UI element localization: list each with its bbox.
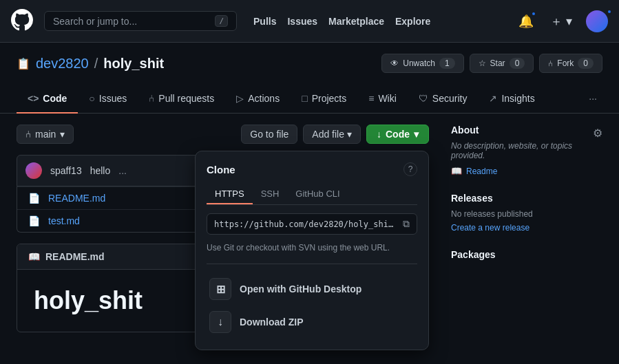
topnav-right: 🔔 ＋ ▾ [516,10,608,32]
code-chevron: ▾ [414,129,419,140]
topnav-links: Pulls Issues Marketplace Explore [253,16,430,27]
projects-icon: □ [302,93,307,104]
fork-count: 0 [578,58,594,69]
eye-icon: 👁 [390,58,399,68]
clone-title: Clone [207,164,235,175]
repo-name-link[interactable]: holy_shit [103,56,164,72]
notification-dot [531,11,536,17]
desktop-icon: ⊞ [209,278,231,300]
open-with-desktop-button[interactable]: ⊞ Open with GitHub Desktop [207,272,417,306]
star-count: 0 [510,58,525,69]
settings-icon[interactable]: ⚙ [593,127,602,140]
security-icon: 🛡 [419,93,428,104]
clone-url: https://github.com/dev2820/holy_shit.g [214,220,397,229]
releases-title: Releases [451,193,493,204]
packages-title: Packages [451,249,496,260]
file-icon: 📄 [28,215,40,226]
add-file-button[interactable]: Add file ▾ [303,125,361,144]
packages-section: Packages [451,249,602,260]
tab-security[interactable]: 🛡 Security [408,85,479,114]
star-icon: ☆ [479,58,486,68]
releases-desc: No releases published [451,209,602,219]
topnav: Search or jump to... / Pulls Issues Mark… [0,0,619,43]
insights-icon: ↗ [489,93,497,104]
actions-icon: ▷ [236,93,244,104]
tab-projects[interactable]: □ Projects [291,85,357,114]
main-content: ⑃ main ▾ Go to file Add file ▾ ↓ Code ▾ [0,114,619,343]
tab-pulls[interactable]: ⑃ Pull requests [138,85,225,114]
branch-selector[interactable]: ⑃ main ▾ [17,125,74,144]
clone-url-row: https://github.com/dev2820/holy_shit.g ⧉ [207,213,417,235]
clone-help-button[interactable]: ? [403,162,417,176]
readme-header-label: README.md [45,251,105,262]
branch-icon: ⑃ [25,129,31,140]
nav-pulls[interactable]: Pulls [253,16,276,27]
tab-wiki[interactable]: ≡ Wiki [357,85,408,114]
notifications-button[interactable]: 🔔 [516,11,536,32]
download-icon: ↓ [377,129,381,140]
wiki-icon: ≡ [368,93,374,104]
repo-header: 📋 dev2820 / holy_shit 👁 Unwatch 1 ☆ Star… [0,43,619,84]
clone-tab-https[interactable]: HTTPS [207,184,253,204]
code-icon: <> [28,93,39,104]
avatar-button[interactable] [586,10,608,32]
star-label: Star [490,58,505,68]
nav-marketplace[interactable]: Marketplace [328,16,384,27]
search-placeholder: Search or jump to... [53,16,209,27]
tab-insights[interactable]: ↗ Insights [478,85,545,114]
about-section: About ⚙ No description, website, or topi… [451,125,602,176]
github-logo[interactable] [11,9,33,33]
unwatch-button[interactable]: 👁 Unwatch 1 [381,54,463,73]
tabbar: <> Code ○ Issues ⑃ Pull requests ▷ Actio… [0,84,619,114]
fork-icon: ⑃ [548,58,553,68]
file-icon: 📄 [28,193,40,204]
search-bar[interactable]: Search or jump to... / [44,11,237,31]
create-button[interactable]: ＋ ▾ [547,10,575,32]
clone-dropdown: Clone ? HTTPS SSH GitHub CLI https://git… [195,151,429,350]
nav-issues[interactable]: Issues [287,16,317,27]
action-buttons: Go to file Add file ▾ ↓ Code ▾ Clone ? [241,125,429,144]
avatar-badge [607,9,612,14]
readme-link[interactable]: Readme [466,167,497,176]
goto-file-button[interactable]: Go to file [241,125,297,144]
repo-owner-link[interactable]: dev2820 [36,56,89,72]
commit-message: hello [90,165,111,176]
clone-dropdown-header: Clone ? [207,162,417,176]
tab-more[interactable]: ··· [583,85,602,112]
releases-section: Releases No releases published Create a … [451,193,602,233]
repo-actions: 👁 Unwatch 1 ☆ Star 0 ⑃ Fork 0 [381,54,602,73]
clone-tab-ssh[interactable]: SSH [253,184,288,204]
commit-dots: ... [118,165,127,176]
download-zip-button[interactable]: ↓ Download ZIP [207,306,417,339]
star-button[interactable]: ☆ Star 0 [470,54,534,73]
code-button[interactable]: ↓ Code ▾ [366,125,429,144]
create-release-link[interactable]: Create a new release [451,223,529,233]
tab-actions[interactable]: ▷ Actions [225,85,291,114]
book-small-icon: 📖 [451,166,462,176]
readme-link-row: 📖 Readme [451,166,602,176]
about-desc: No description, website, or topics provi… [451,141,602,160]
tab-code[interactable]: <> Code [17,85,78,114]
search-kbd: / [215,15,228,27]
repo-separator: / [94,56,98,72]
branch-chevron: ▾ [60,129,65,140]
fork-button[interactable]: ⑃ Fork 0 [539,54,602,73]
branch-name: main [35,129,56,140]
clone-desc: Use Git or checkout with SVN using the w… [207,243,417,253]
copy-url-button[interactable]: ⧉ [403,218,410,230]
commit-avatar [25,162,42,179]
clone-divider [207,264,417,264]
pulls-icon: ⑃ [149,93,154,104]
book-icon: 📖 [28,251,40,262]
sidebar: About ⚙ No description, website, or topi… [451,125,602,332]
add-file-chevron: ▾ [347,129,352,140]
unwatch-label: Unwatch [403,58,435,68]
repo-title: 📋 dev2820 / holy_shit [17,56,164,72]
repo-content: ⑃ main ▾ Go to file Add file ▾ ↓ Code ▾ [17,125,429,332]
clone-tab-cli[interactable]: GitHub CLI [287,184,348,204]
nav-explore[interactable]: Explore [395,16,430,27]
tab-issues[interactable]: ○ Issues [78,85,138,114]
about-title: About [451,125,479,136]
fork-label: Fork [557,58,574,68]
commit-author: spaff13 [50,165,82,176]
